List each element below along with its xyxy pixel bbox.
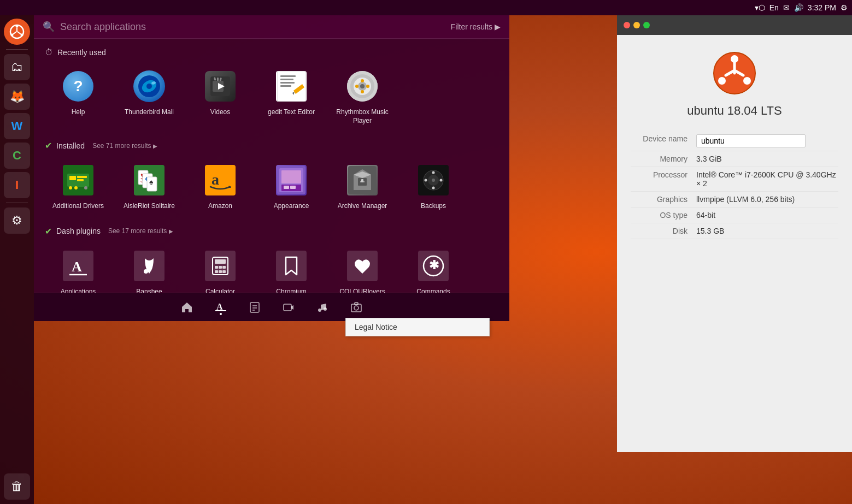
app-thunderbird[interactable]: Thunderbird Mail [114,62,185,129]
legal-notice-item[interactable]: Legal Notice [346,318,489,336]
nav-files[interactable] [249,301,261,313]
window-minimize-button[interactable] [633,22,640,28]
app-calculator-label: Calculator [205,288,235,293]
app-banshee[interactable]: Banshee [114,242,185,293]
wifi-icon[interactable]: ▾⬡ [755,3,765,12]
calculator-icon [205,251,236,281]
svg-point-92 [354,306,359,310]
window-maximize-button[interactable] [643,22,650,28]
os-type-label: OS type [631,211,696,220]
launcher: 🗂 🦊 W C I ⚙ 🗑 [0,15,34,504]
gedit-icon [276,71,307,102]
svg-point-30 [360,84,365,88]
app-commands-label: Commands [416,288,450,293]
svg-line-5 [13,32,16,34]
processor-label: Processor [631,170,696,188]
svg-rect-76 [215,270,218,273]
memory-label: Memory [631,155,696,163]
installed-see-more[interactable]: See 71 more results ▶ [92,142,157,150]
app-help[interactable]: ? Help [43,62,114,129]
app-colourlovers[interactable]: COLOURlovers [327,242,398,293]
app-chromium-bookmarks-label: Chromium Bookmarks [260,288,322,293]
mail-icon[interactable]: ✉ [783,3,790,12]
installed-section-header: ✔ Installed See 71 more results ▶ [34,136,509,154]
amazon-icon: a [205,165,236,195]
device-name-input[interactable] [696,134,806,147]
app-applications-label: Applications [61,288,96,293]
app-chromium-bookmarks[interactable]: Chromium Bookmarks [256,242,327,293]
svg-rect-34 [77,176,87,178]
svg-point-67 [440,179,443,182]
app-additional-drivers[interactable]: Additional Drivers [43,156,114,215]
launcher-libreoffice-writer[interactable]: W [4,113,30,139]
recently-used-grid: ? Help Thunderbird Mail [34,60,509,136]
svg-rect-59 [361,179,363,182]
nav-active-dot [220,313,222,315]
svg-point-9 [146,84,152,89]
app-videos-label: Videos [210,108,230,117]
nav-music[interactable] [316,301,328,313]
svg-rect-33 [69,176,76,180]
svg-rect-73 [215,266,218,269]
app-rhythmbox[interactable]: Rhythmbox Music Player [327,62,398,129]
thunderbird-icon [133,70,165,102]
disk-value: 15.3 GB [696,227,838,235]
app-backups[interactable]: Backups [398,156,469,215]
launcher-ubuntu-button[interactable] [4,19,30,45]
app-gedit[interactable]: gedit Text Editor [256,62,327,129]
svg-rect-18 [280,75,296,77]
nav-photo[interactable] [350,301,362,313]
volume-icon[interactable]: 🔊 [794,3,803,12]
session-icon[interactable]: ⚙ [841,3,848,12]
launcher-libreoffice-calc[interactable]: C [4,143,30,169]
svg-rect-47 [206,166,234,194]
nav-home[interactable] [181,301,193,313]
launcher-files[interactable]: 🗂 [4,54,30,80]
app-videos[interactable]: Videos [185,62,256,129]
disk-label: Disk [631,227,696,235]
search-icon: 🔍 [43,21,55,33]
svg-point-38 [84,186,87,189]
svg-point-97 [718,77,726,85]
launcher-system-settings[interactable]: ⚙ [4,207,30,234]
aisleriot-icon: ♥ 3 ♦ ♠ [134,165,164,195]
dash-plugins-see-more[interactable]: See 17 more results ▶ [108,227,173,235]
app-applications[interactable]: A Applications [43,242,114,293]
see-more-arrow-plugins: ▶ [169,228,173,234]
launcher-libreoffice-impress[interactable]: I [4,172,30,198]
additional-drivers-icon [63,165,93,195]
nav-video[interactable] [283,301,295,313]
app-aisleriot[interactable]: ♥ 3 ♦ ♠ AisleRiot Solitaire [114,156,185,215]
applications-icon: A [63,251,93,281]
system-info-panel: ubuntu 18.04 LTS Device name Memory 3.3 … [617,15,852,452]
svg-text:A: A [72,259,82,275]
info-row-os-type: OS type 64-bit [631,207,838,223]
nav-applications[interactable]: A [215,300,227,315]
info-row-disk: Disk 15.3 GB [631,223,838,239]
svg-rect-35 [77,179,84,181]
svg-point-64 [432,171,435,174]
search-input[interactable] [60,21,451,33]
launcher-trash[interactable]: 🗑 [4,473,30,500]
svg-rect-74 [219,266,222,269]
processor-value: Intel® Core™ i7-2600K CPU @ 3.40GHz × 2 [696,170,838,188]
dash-plugins-section-header: ✔ Dash plugins See 17 more results ▶ [34,222,509,240]
launcher-firefox[interactable]: 🦊 [4,84,30,110]
filter-results-button[interactable]: Filter results ▶ [451,22,501,31]
legal-notice-dropdown: Legal Notice [345,318,490,336]
keyboard-lang-indicator[interactable]: En [769,3,779,12]
svg-point-37 [74,186,78,189]
app-archive-manager[interactable]: Archive Manager [327,156,398,215]
search-bar: 🔍 Filter results ▶ [34,15,509,39]
info-table: Device name Memory 3.3 GiB Processor Int… [631,131,838,239]
svg-text:a: a [211,171,219,188]
app-calculator[interactable]: Calculator [185,242,256,293]
svg-line-6 [17,32,21,34]
app-amazon[interactable]: a Amazon [185,156,256,215]
chromium-bookmarks-icon [276,251,307,281]
svg-rect-75 [222,266,226,269]
app-appearance[interactable]: Appearance [256,156,327,215]
window-close-button[interactable] [624,22,630,28]
app-commands[interactable]: ✱ Commands [398,242,469,293]
app-colourlovers-label: COLOURlovers [339,288,385,293]
